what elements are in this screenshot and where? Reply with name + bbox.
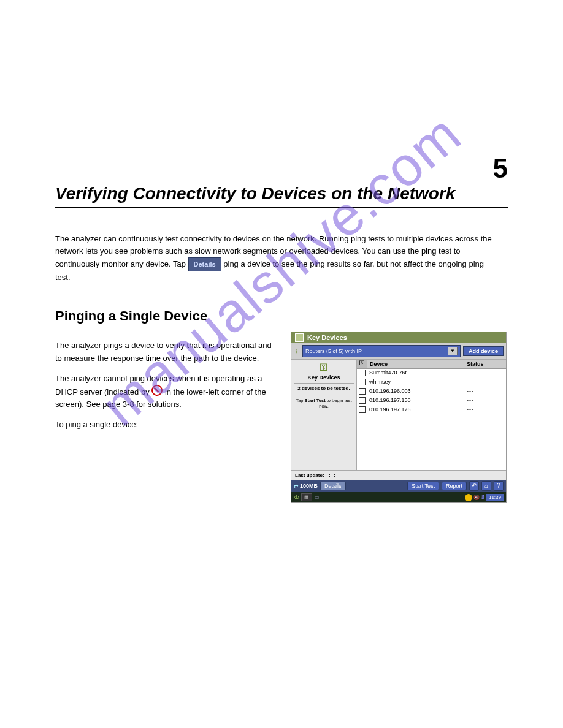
add-device-button[interactable]: Add device <box>463 346 504 356</box>
table-row[interactable]: whimsey--- <box>357 378 506 387</box>
table-row[interactable]: 010.196.197.150--- <box>357 396 506 406</box>
side-title: Key Devices <box>294 374 354 381</box>
device-status: --- <box>464 406 506 414</box>
status-indicator-yellow <box>465 494 472 501</box>
window: Key Devices ⚿ Routers (5 of 5) with IP ▼… <box>291 332 507 503</box>
filter-dropdown[interactable]: Routers (5 of 5) with IP ▼ <box>302 345 461 357</box>
to-ping-label: To ping a single device: <box>55 419 276 431</box>
dropdown-label: Routers (5 of 5) with IP <box>305 348 362 354</box>
col-status-header[interactable]: Status <box>464 360 506 368</box>
link-icon: ⇄ <box>294 483 299 489</box>
device-status: --- <box>464 370 506 377</box>
left-column: The analyzer pings a device to verify th… <box>55 332 276 439</box>
checkbox-icon[interactable] <box>359 406 366 413</box>
col-device-header[interactable]: Device <box>367 360 464 368</box>
section-title: Pinging a Single Device <box>55 308 508 324</box>
table-header: ⚿ Device Status <box>357 360 506 369</box>
toolbar-row: ⚿ Routers (5 of 5) with IP ▼ Add device <box>291 343 506 360</box>
taskbar-app[interactable]: ▦ <box>301 493 312 501</box>
help-icon[interactable]: ? <box>494 481 504 491</box>
window-title: Key Devices <box>307 334 347 341</box>
chapter-number: 5 <box>493 153 508 184</box>
checkbox-icon[interactable] <box>359 379 366 385</box>
titlebar-icon <box>295 333 304 342</box>
screenshot-container: Key Devices ⚿ Routers (5 of 5) with IP ▼… <box>291 332 507 503</box>
no-dhcp-icon <box>151 385 163 396</box>
details-button[interactable]: Details <box>320 482 346 490</box>
device-name: whimsey <box>367 379 464 387</box>
device-list: ⚿ Device Status Summit470-76t--- whimsey… <box>357 360 506 470</box>
table-row[interactable]: 010.196.197.176--- <box>357 406 506 415</box>
link-speed[interactable]: ⇄ 100MB <box>294 483 318 489</box>
key-icon: ⚿ <box>294 348 300 355</box>
left-p2: The analyzer cannot ping devices when it… <box>55 373 276 411</box>
intro-paragraph: The analyzer can continuously test conne… <box>55 233 497 284</box>
title-separator <box>55 207 508 208</box>
key-devices-icon: ⚿ <box>294 362 354 372</box>
back-icon[interactable]: ↶ <box>469 481 479 491</box>
device-name: 010.196.197.150 <box>367 397 464 405</box>
device-name: 010.196.196.003 <box>367 388 464 396</box>
taskbar-window-icon[interactable]: ▭ <box>315 495 320 500</box>
home-icon[interactable]: ⌂ <box>481 481 491 491</box>
side-sub: 2 devices to be tested. <box>294 383 354 393</box>
taskbar: ⏻ ▦ ▭ 🔇 ⇵ 11:39 <box>291 492 506 502</box>
checkbox-icon[interactable] <box>359 370 366 376</box>
side-tip: Tap Start Test to begin test now. <box>294 396 354 411</box>
checkbox-icon[interactable] <box>359 397 366 404</box>
report-button[interactable]: Report <box>442 482 467 490</box>
main-area: ⚿ Key Devices 2 devices to be tested. Ta… <box>291 360 506 470</box>
details-button-inline: Details <box>188 257 221 271</box>
left-p1: The analyzer pings a device to verify th… <box>55 339 276 364</box>
chapter-title: Verifying Connectivity to Devices on the… <box>55 184 508 203</box>
device-name: Summit470-76t <box>367 370 464 377</box>
col-key-icon: ⚿ <box>357 360 367 368</box>
device-status: --- <box>464 397 506 405</box>
side-panel: ⚿ Key Devices 2 devices to be tested. Ta… <box>291 360 357 470</box>
device-status: --- <box>464 388 506 396</box>
power-icon[interactable]: ⏻ <box>294 495 299 500</box>
checkbox-icon[interactable] <box>359 388 366 395</box>
clock[interactable]: 11:39 <box>486 494 504 501</box>
bottom-bar: ⇄ 100MB Details Start Test Report ↶ ⌂ ? <box>291 480 506 492</box>
device-status: --- <box>464 379 506 387</box>
table-row[interactable]: Summit470-76t--- <box>357 369 506 378</box>
tip-bold: Start Test <box>305 398 326 403</box>
start-test-button[interactable]: Start Test <box>407 482 439 490</box>
last-update-label: Last update: --:--:-- <box>291 470 506 480</box>
table-row[interactable]: 010.196.196.003--- <box>357 387 506 396</box>
titlebar: Key Devices <box>291 332 506 343</box>
device-name: 010.196.197.176 <box>367 406 464 414</box>
chevron-down-icon[interactable]: ▼ <box>448 347 458 355</box>
tip-pre: Tap <box>296 398 304 403</box>
network-icon[interactable]: ⇵ <box>481 495 485 500</box>
volume-icon[interactable]: 🔇 <box>473 495 480 500</box>
link-speed-label: 100MB <box>300 483 318 489</box>
